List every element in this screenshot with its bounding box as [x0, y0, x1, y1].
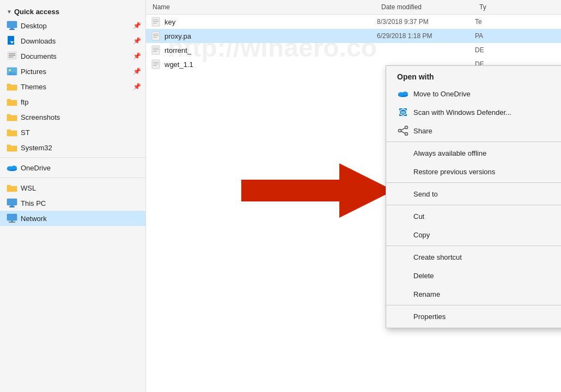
file-explorer: ▼ Quick access Desktop 📌 Downloads 📌 — [0, 0, 561, 392]
ctx-divider-5 — [386, 305, 561, 305]
svg-rect-34 — [153, 51, 157, 52]
quick-access-header[interactable]: ▼ Quick access — [0, 4, 145, 18]
quick-access-label: Quick access — [14, 8, 59, 16]
sidebar-item-pictures[interactable]: Pictures 📌 — [0, 64, 145, 79]
sidebar-item-st[interactable]: ST — [0, 125, 145, 140]
svg-rect-16 — [7, 199, 17, 205]
svg-line-49 — [401, 131, 405, 133]
key-file-icon — [150, 16, 161, 27]
sidebar-downloads-label: Downloads — [21, 37, 131, 45]
sidebar-ftp-label: ftp — [21, 98, 141, 106]
onedrive-ctx-icon — [397, 88, 409, 100]
sidebar-wsl-label: WSL — [21, 184, 141, 192]
defender-ctx-icon: W — [397, 106, 409, 118]
ctx-item-create-shortcut[interactable]: Create shortcut — [386, 248, 561, 266]
context-menu: Open with Move to OneDrive W Scan with W… — [386, 65, 561, 328]
ctx-divider-3 — [386, 205, 561, 205]
sidebar-item-wsl[interactable]: WSL — [0, 180, 145, 195]
sidebar-item-screenshots[interactable]: Screenshots — [0, 109, 145, 125]
ctx-item-cut[interactable]: Cut — [386, 207, 561, 225]
sidebar-item-documents[interactable]: Documents 📌 — [0, 48, 145, 64]
ctx-item-send-to[interactable]: Send to › — [386, 185, 561, 203]
ctx-create-shortcut-label: Create shortcut — [413, 253, 561, 261]
sidebar-item-downloads[interactable]: Downloads 📌 — [0, 33, 145, 48]
svg-rect-25 — [153, 21, 158, 22]
sidebar-desktop-label: Desktop — [21, 22, 131, 30]
svg-rect-5 — [10, 38, 14, 41]
ctx-divider-2 — [386, 182, 561, 183]
ctx-item-share[interactable]: Share — [386, 121, 561, 140]
sidebar-item-onedrive[interactable]: OneDrive — [0, 160, 145, 175]
ctx-item-scan-defender[interactable]: W Scan with Windows Defender... — [386, 103, 561, 121]
sidebar-divider-1 — [0, 157, 145, 158]
wget-file-name: wget_1.1 — [164, 60, 377, 69]
ctx-item-properties[interactable]: Properties — [386, 307, 561, 326]
column-headers: Name Date modified Ty — [146, 0, 561, 15]
context-menu-header: Open with — [386, 68, 561, 84]
themes-folder-icon — [7, 81, 17, 92]
always-offline-ctx-icon — [397, 147, 409, 159]
ctx-send-to-label: Send to — [413, 190, 561, 198]
restore-versions-ctx-icon — [397, 166, 409, 177]
svg-rect-2 — [9, 29, 15, 30]
ctx-item-rename[interactable]: Rename — [386, 285, 561, 303]
ctx-cut-label: Cut — [413, 212, 561, 220]
red-arrow-annotation — [241, 158, 394, 225]
proxy-file-icon — [150, 30, 161, 41]
ctx-delete-label: Delete — [413, 272, 561, 280]
rtorrent-file-name: rtorrent_ — [164, 46, 377, 54]
sidebar-item-system32[interactable]: System32 — [0, 140, 145, 155]
ctx-move-onedrive-label: Move to OneDrive — [413, 90, 561, 98]
proxy-file-name: proxy.pa — [164, 32, 377, 40]
downloads-icon — [7, 35, 17, 46]
screenshots-folder-icon — [7, 112, 17, 122]
file-row-proxy[interactable]: proxy.pa 6/29/2018 1:18 PM PA — [146, 29, 561, 43]
downloads-pin-icon: 📌 — [133, 37, 141, 45]
svg-marker-51 — [241, 163, 394, 218]
file-row-rtorrent[interactable]: rtorrent_ DE — [146, 43, 561, 57]
ctx-item-move-onedrive[interactable]: Move to OneDrive — [386, 84, 561, 103]
svg-rect-38 — [153, 65, 157, 66]
ctx-item-restore-versions[interactable]: Restore previous versions — [386, 162, 561, 181]
svg-point-45 — [405, 126, 408, 129]
svg-line-48 — [401, 128, 405, 130]
sidebar-item-desktop[interactable]: Desktop 📌 — [0, 18, 145, 33]
ctx-properties-label: Properties — [413, 313, 561, 321]
ctx-item-delete[interactable]: Delete — [386, 266, 561, 285]
proxy-file-type: PA — [475, 32, 483, 40]
svg-rect-9 — [9, 57, 13, 58]
sidebar-item-network[interactable]: Network — [0, 211, 145, 226]
svg-point-47 — [405, 133, 408, 136]
pictures-icon — [7, 66, 17, 77]
copy-ctx-icon — [397, 229, 409, 241]
col-header-date[interactable]: Date modified — [379, 2, 477, 12]
sidebar-documents-label: Documents — [21, 52, 131, 60]
svg-point-15 — [11, 166, 17, 169]
svg-point-41 — [402, 91, 408, 95]
ctx-item-always-offline[interactable]: Always available offline — [386, 144, 561, 162]
rtorrent-file-icon — [150, 45, 161, 56]
quick-access-section: ▼ Quick access Desktop 📌 Downloads 📌 — [0, 4, 145, 155]
sidebar-item-thispc[interactable]: This PC — [0, 195, 145, 211]
wsl-folder-icon — [7, 182, 17, 193]
sidebar-item-ftp[interactable]: ftp — [0, 94, 145, 109]
key-file-name: key — [164, 18, 377, 26]
ctx-item-copy[interactable]: Copy — [386, 225, 561, 244]
svg-point-46 — [399, 130, 401, 132]
pictures-pin-icon: 📌 — [133, 68, 141, 75]
send-to-ctx-icon — [397, 188, 409, 200]
delete-ctx-icon — [397, 270, 409, 281]
svg-rect-37 — [153, 64, 158, 64]
sidebar-item-themes[interactable]: Themes 📌 — [0, 79, 145, 94]
sidebar-divider-2 — [0, 177, 145, 178]
svg-rect-1 — [10, 28, 14, 29]
create-shortcut-ctx-icon — [397, 251, 409, 263]
sidebar-system32-label: System32 — [21, 144, 141, 152]
file-rows: key 8/3/2018 9:37 PM Te proxy.pa 6/29/20… — [146, 15, 561, 71]
key-file-date: 8/3/2018 9:37 PM — [377, 18, 475, 26]
file-row-key[interactable]: key 8/3/2018 9:37 PM Te — [146, 15, 561, 29]
col-header-type[interactable]: Ty — [477, 2, 521, 12]
sidebar: ▼ Quick access Desktop 📌 Downloads 📌 — [0, 0, 146, 392]
col-header-name[interactable]: Name — [150, 2, 379, 12]
ctx-scan-defender-label: Scan with Windows Defender... — [413, 108, 561, 117]
